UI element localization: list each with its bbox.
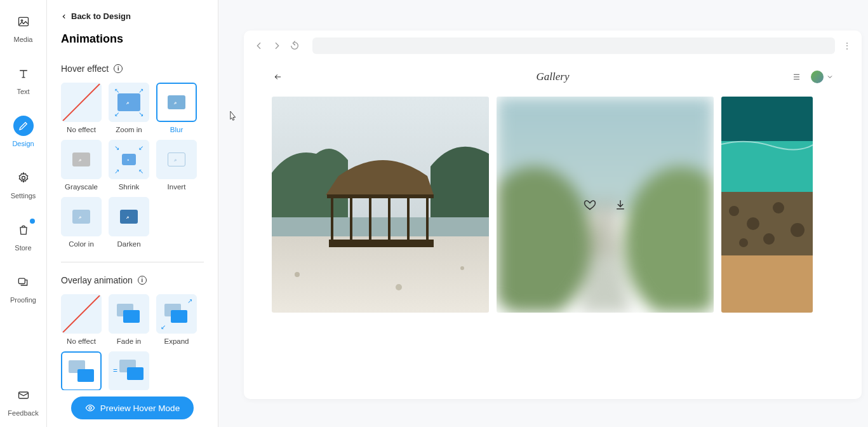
gallery-image-2-blurred[interactable]	[497, 97, 714, 313]
svg-point-19	[460, 266, 464, 270]
overlay-animation-grid: No effect Fade in ↗ ↙ Expand	[61, 294, 204, 395]
swipe-tile: =	[109, 351, 149, 391]
svg-point-18	[396, 284, 402, 290]
svg-rect-3	[19, 278, 25, 283]
hover-section-label: Hover effect i	[61, 64, 204, 74]
download-icon[interactable]	[614, 198, 627, 211]
gallery-row	[244, 97, 862, 313]
shrink-tile: ↘ ↙ ↗ ↖	[109, 140, 149, 179]
svg-point-10	[80, 217, 81, 218]
caption: No effect	[67, 337, 96, 345]
rail-settings[interactable]: Settings	[11, 168, 36, 200]
overlay-option-fade-in[interactable]: Fade in	[109, 294, 149, 345]
text-icon	[13, 64, 34, 84]
hover-option-color-in[interactable]: Color in	[61, 197, 102, 248]
rail-design[interactable]: Design	[12, 116, 34, 147]
canvas-area: ⋮ Gallery	[218, 0, 868, 427]
gallery-image-1[interactable]	[272, 97, 489, 313]
rail-media[interactable]: Media	[13, 11, 34, 43]
svg-point-32	[791, 223, 805, 237]
url-input[interactable]	[312, 37, 835, 54]
beach-hut-illustration	[272, 97, 489, 313]
invert-tile	[156, 140, 197, 179]
rail-feedback[interactable]: Feedback	[8, 385, 38, 417]
info-icon[interactable]: i	[138, 276, 147, 285]
svg-point-11	[128, 217, 129, 218]
left-rail: Media Text Design Settings Store Proofin…	[0, 0, 47, 427]
svg-point-7	[80, 159, 81, 161]
divider	[61, 262, 204, 262]
hover-option-zoom-in[interactable]: ↖ ↗ ↙ ↘ Zoom in	[109, 83, 149, 133]
svg-rect-16	[329, 240, 434, 247]
rail-store[interactable]: Store	[13, 220, 34, 252]
shopping-bag-icon	[13, 220, 34, 240]
caption: Expand	[164, 337, 189, 345]
rail-text[interactable]: Text	[13, 64, 34, 95]
hover-option-darken[interactable]: Darken	[109, 197, 149, 248]
rail-label: Text	[17, 88, 29, 95]
browser-more-icon[interactable]: ⋮	[843, 41, 851, 51]
back-to-design[interactable]: Back to Design	[61, 11, 204, 21]
browser-back-icon[interactable]	[254, 41, 264, 51]
image-hover-overlay	[584, 198, 627, 211]
reef-illustration	[721, 97, 813, 313]
svg-rect-0	[18, 17, 28, 25]
expand-tile: ↗ ↙	[156, 294, 197, 334]
rail-label: Proofing	[10, 296, 36, 304]
zoom-tile: ↖ ↗ ↙ ↘	[109, 83, 149, 122]
notification-dot-icon	[30, 219, 35, 224]
rail-label: Store	[15, 244, 31, 252]
darken-tile	[109, 197, 149, 236]
chevron-down-icon	[826, 73, 834, 81]
browser-reload-icon[interactable]	[290, 41, 300, 51]
hover-option-grayscale[interactable]: Grayscale	[61, 140, 102, 191]
svg-point-8	[128, 159, 129, 161]
svg-point-9	[175, 159, 177, 161]
overlay-section-label: Overlay animation i	[61, 275, 204, 285]
rail-label: Settings	[11, 192, 36, 200]
svg-point-34	[763, 233, 775, 245]
svg-rect-4	[18, 392, 28, 398]
svg-rect-28	[721, 255, 813, 313]
svg-point-1	[21, 20, 23, 21]
svg-point-30	[747, 217, 759, 230]
browser-frame: ⋮ Gallery	[244, 30, 862, 399]
panel-scroll[interactable]: Back to Design Animations Hover effect i…	[47, 0, 218, 427]
caption: Invert	[168, 183, 186, 191]
overlay-option-swipe[interactable]: =	[109, 351, 149, 395]
browser-forward-icon[interactable]	[272, 41, 282, 51]
caption: Fade in	[117, 337, 141, 345]
heart-icon[interactable]	[584, 198, 596, 211]
chevron-left-icon	[61, 13, 67, 20]
section-text: Hover effect	[61, 64, 109, 74]
preview-hover-button[interactable]: Preview Hover Mode	[71, 396, 194, 419]
rail-proofing[interactable]: Proofing	[10, 272, 36, 304]
eye-icon	[85, 403, 95, 413]
overlay-option-expand[interactable]: ↗ ↙ Expand	[156, 294, 197, 345]
svg-point-12	[89, 407, 91, 409]
site-back-arrow-icon[interactable]	[272, 72, 284, 81]
preview-label: Preview Hover Mode	[100, 403, 180, 413]
user-menu[interactable]	[811, 71, 834, 83]
gallery-image-3[interactable]	[721, 97, 813, 313]
svg-rect-25	[721, 97, 813, 147]
site-actions	[792, 71, 834, 83]
rail-label: Feedback	[8, 409, 38, 417]
overlay-option-slide[interactable]	[61, 351, 102, 395]
overlay-option-no-effect[interactable]: No effect	[61, 294, 102, 345]
info-icon[interactable]: i	[114, 64, 123, 73]
hover-option-shrink[interactable]: ↘ ↙ ↗ ↖ Shrink	[109, 140, 149, 191]
hover-option-invert[interactable]: Invert	[156, 140, 197, 191]
list-icon[interactable]	[792, 71, 803, 83]
colorin-tile	[61, 197, 102, 236]
caption: Zoom in	[116, 126, 142, 133]
hover-option-blur[interactable]: Blur	[156, 83, 197, 133]
caption: Grayscale	[65, 183, 98, 191]
svg-point-6	[175, 102, 177, 104]
browser-toolbar: ⋮	[244, 30, 862, 61]
svg-point-29	[729, 206, 739, 216]
hover-option-no-effect[interactable]: No effect	[61, 83, 102, 133]
svg-point-2	[22, 177, 25, 180]
no-effect-tile	[61, 294, 102, 334]
gray-tile	[61, 140, 102, 179]
